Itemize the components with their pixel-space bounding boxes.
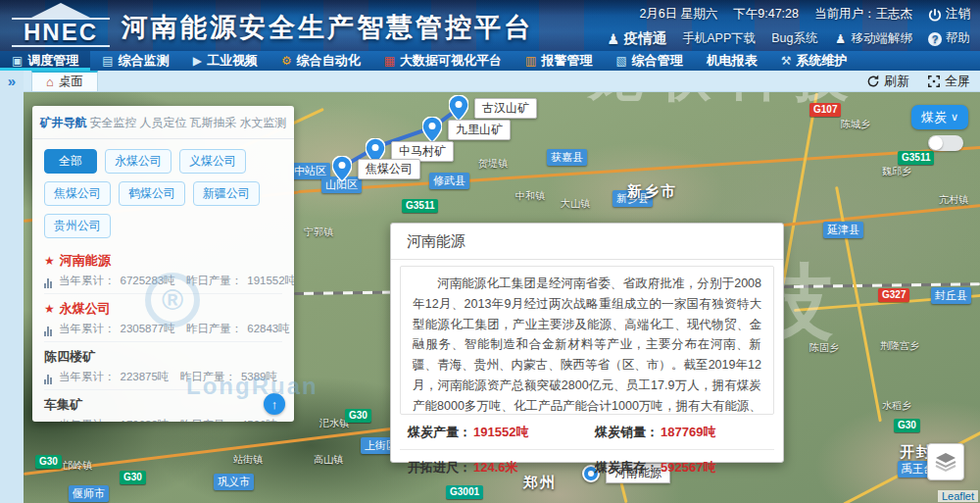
map-layers-button[interactable] [927,443,964,480]
nav-item-label: 综合监测 [119,52,170,70]
header-link[interactable]: ♟ 疫情通 [607,29,667,48]
header-link-label: 帮助 [946,30,970,47]
logo-pyramid-icon [31,3,90,18]
tab-desktop-label: 桌面 [59,74,83,90]
mine-name: 车集矿 [44,396,82,414]
logout-button[interactable]: 注销 [928,6,970,23]
yearly-value: 6725283吨 [121,274,175,288]
stat-cell: 煤炭库存：592567吨 [587,449,774,484]
bar-chart-icon [44,327,52,336]
nav-item-label: 综合自动化 [297,52,361,70]
stat-cell: 煤炭销量：187769吨 [587,415,774,449]
filter-button[interactable]: 焦煤公司 [44,181,111,206]
stat-value: 592567吨 [661,460,715,475]
mine-pin[interactable]: 九里山矿 [422,117,442,142]
filter-button[interactable]: 义煤公司 [179,149,246,174]
layers-icon [934,450,957,474]
list-item[interactable]: ★ 永煤公司 当年累计：2305877吨 昨日产量：62843吨 [44,293,282,341]
nav-item[interactable]: ▧ 综合管理 [604,51,694,71]
nav-item-icon: ▦ [384,55,395,67]
mine-stats: 当年累计：6725283吨 昨日产量：191552吨 [44,274,282,288]
panel-tab[interactable]: 安全监控 [88,106,138,138]
header-link-label: 手机APP下载 [682,30,756,47]
power-icon [928,8,942,22]
yearly-label: 当年累计： [59,418,116,422]
mine-name: 河南能源 [60,252,111,270]
expand-chevrons-icon[interactable]: » [0,71,24,92]
tab-desktop[interactable]: ⌂ 桌面 [31,71,98,92]
mine-pin-label: 九里山矿 [448,120,511,140]
header-link[interactable]: ♟ 移动端解绑 [834,30,913,47]
popup-title: 河南能源 [391,224,783,260]
filter-button[interactable]: 全部 [44,149,97,174]
scroll-up-button[interactable]: ↑ [264,393,285,415]
nav-item[interactable]: ⚒ 系统维护 [769,51,859,71]
filter-button[interactable]: 鹤煤公司 [119,181,185,206]
filter-button[interactable]: 贵州公司 [44,214,111,238]
company-info-popup: 河南能源 河南能源化工集团是经河南省委、省政府批准，分别于2008年12月、20… [390,223,784,463]
header-link-label: Bug系统 [771,30,817,47]
header-link[interactable]: ? 帮助 [928,30,970,47]
yearly-label: 当年累计： [59,322,116,336]
popup-stats: 煤炭产量：191552吨 煤炭销量：187769吨 开拓进尺：124.6米 煤炭… [400,415,774,484]
map-attribution[interactable]: Leaflet [938,490,978,502]
nav-item[interactable]: 机电报表 [695,51,769,71]
daily-label: 昨日产量： [186,274,243,288]
header-link[interactable]: Bug系统 [771,30,817,47]
home-icon: ⌂ [46,75,54,88]
mine-stats: 当年累计：179682吨 昨日产量：4506吨 [44,418,282,422]
filter-button[interactable]: 新疆公司 [193,181,260,206]
refresh-icon [866,75,880,88]
panel-tab[interactable]: 矿井导航 [38,106,88,138]
hnec-logo: HNEC [12,3,110,47]
toggle-knob [929,136,943,150]
panel-tab[interactable]: 水文监测 [238,106,288,138]
nav-item[interactable]: ▤ 综合监测 [90,51,180,71]
nav-item[interactable]: ▣ 调度管理 [0,51,90,71]
header-links-row: ♟ 疫情通 手机APP下载 Bug系统 [607,29,970,48]
star-icon: ★ [44,254,55,268]
list-item[interactable]: 车集矿 当年累计：179682吨 昨日产量：4506吨 [44,389,282,422]
nav-item-icon: ⚒ [781,55,792,67]
popup-body-box: 河南能源化工集团是经河南省委、省政府批准，分别于2008年12月、2013年9月… [400,266,774,415]
panel-tab[interactable]: 瓦斯抽采 [188,106,238,138]
yearly-value: 179682吨 [121,418,170,422]
company-filters: 全部永煤公司义煤公司焦煤公司鹤煤公司新疆公司贵州公司 [32,139,294,246]
yearly-label: 当年累计： [59,370,116,384]
filter-button[interactable]: 永煤公司 [105,149,172,174]
stat-value: 191552吨 [473,425,528,439]
sidebar-collapse-strip: » [0,71,24,503]
nav-item-label: 机电报表 [707,52,758,70]
mine-pin[interactable]: 古汉山矿 [449,95,468,121]
list-item[interactable]: 陈四楼矿 当年累计：223875吨 昨日产量：5389吨 [44,341,282,389]
nav-item[interactable]: ▶ 工业视频 [181,51,270,71]
refresh-button[interactable]: 刷新 [866,73,909,90]
header-link[interactable]: 手机APP下载 [682,30,756,47]
daily-value: 4506吨 [241,418,277,422]
mine-navigator-panel: 矿井导航安全监控人员定位瓦斯抽采水文监测 全部永煤公司义煤公司焦煤公司鹤煤公司新… [32,106,294,422]
coal-layer-button[interactable]: 煤炭 ∨ [911,105,968,129]
header-link-label: 疫情通 [624,29,667,48]
list-item[interactable]: ★ 河南能源 当年累计：6725283吨 昨日产量：191552吨 [44,246,282,293]
nav-item[interactable]: ⚙ 综合自动化 [270,51,372,71]
page-title: 河南能源安全生产智慧管控平台 [122,10,533,45]
person-icon: ♟ [834,32,848,46]
mine-pin-label: 古汉山矿 [474,98,537,119]
mine-pin[interactable]: 焦煤公司 [332,156,352,181]
panel-tabs: 矿井导航安全监控人员定位瓦斯抽采水文监测 [32,106,294,139]
stat-cell: 煤炭产量：191552吨 [400,415,587,449]
star-icon: ★ [44,302,55,316]
date-text: 2月6日 星期六 [639,6,717,23]
yearly-value: 223875吨 [121,370,170,384]
app-window: 龙软科技 龙软科技 LongRuan ® 中站区山阳区修武县获嘉县新乡县延津县封… [0,0,980,503]
nav-item-label: 报警管理 [541,52,592,70]
panel-tab[interactable]: 人员定位 [138,106,188,138]
fullscreen-button[interactable]: 全屏 [927,73,970,90]
nav-item[interactable]: ▥ 报警管理 [514,51,604,71]
stat-cell: 开拓进尺：124.6米 [400,449,587,484]
stat-label: 煤炭产量： [408,425,471,439]
layer-toggle-switch[interactable] [928,135,963,151]
pin-icon [422,117,442,142]
mine-name: 陈四楼矿 [44,348,95,366]
nav-item[interactable]: ▦ 大数据可视化平台 [372,51,514,71]
